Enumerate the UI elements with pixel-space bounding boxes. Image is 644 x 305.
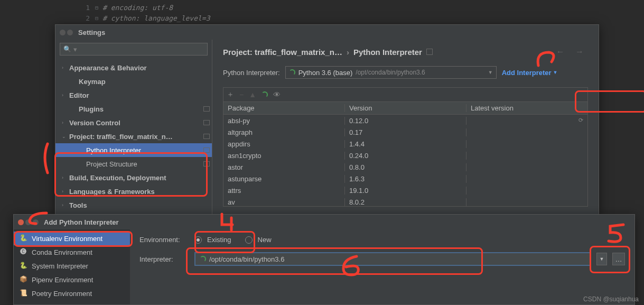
package-row[interactable]: av8.0.2 — [223, 196, 587, 206]
pkg-name: astor — [223, 163, 345, 171]
package-row[interactable]: astunparse1.6.3 — [223, 173, 587, 184]
spinner-icon — [289, 69, 295, 76]
line-number: 2 — [79, 14, 95, 22]
tree-caret-icon: › — [62, 93, 69, 98]
radio-existing-label[interactable]: Existing — [207, 236, 231, 244]
env-icon: 🐍 — [19, 262, 27, 270]
interpreter-path-label: Interpreter: — [139, 255, 189, 263]
breadcrumb-project[interactable]: Project: traffic_flow_matrix_n… — [223, 48, 342, 57]
env-type-item[interactable]: 🐍System Interpreter — [14, 259, 130, 273]
settings-tree-item[interactable]: ›Languages & Frameworks — [55, 184, 212, 198]
tree-label: Appearance & Behavior — [69, 64, 212, 72]
pkg-version: 0.12.0 — [345, 117, 466, 125]
tree-caret-icon: › — [62, 202, 69, 208]
nav-arrows[interactable]: ← → — [556, 47, 588, 57]
breadcrumb-page: Python Interpreter — [353, 48, 422, 57]
tree-caret-icon: › — [62, 120, 69, 125]
settings-tree-item[interactable]: ›Editor — [55, 88, 212, 102]
tree-label: Languages & Frameworks — [69, 188, 212, 196]
add-package-button[interactable]: ＋ — [227, 90, 234, 99]
interpreter-path-dropdown[interactable]: ▼ — [596, 253, 607, 265]
settings-tree-item[interactable]: ›Build, Execution, Deployment — [55, 171, 212, 184]
env-label: Poetry Environment — [32, 290, 92, 298]
radio-new[interactable] — [245, 236, 253, 244]
settings-search-input[interactable]: 🔍 ▾ — [60, 43, 208, 56]
remove-package-button[interactable]: − — [239, 90, 244, 99]
env-icon: 📜 — [19, 289, 27, 298]
tree-label: Project Structure — [86, 160, 203, 168]
col-version[interactable]: Version — [345, 104, 466, 112]
interpreter-path-value: /opt/conda/bin/python3.6 — [209, 255, 284, 263]
spinner-icon — [262, 91, 268, 98]
pkg-version: 8.0.2 — [345, 198, 466, 206]
pkg-version: 0.8.0 — [345, 163, 466, 171]
tree-caret-icon: › — [62, 65, 69, 70]
env-icon: 🅒 — [19, 248, 27, 256]
settings-tree-item[interactable]: ›Version Control — [55, 116, 212, 130]
minimize-icon[interactable] — [67, 30, 73, 35]
add-interpreter-button[interactable]: Add Interpreter ▼ — [502, 69, 558, 77]
add-dialog-sidebar: 🐍Virtualenv Environment🅒Conda Environmen… — [14, 229, 130, 304]
add-interpreter-label: Add Interpreter — [502, 69, 552, 77]
env-label: System Interpreter — [32, 262, 88, 270]
search-caret: ▾ — [73, 45, 77, 53]
fold-icon[interactable]: ⊟ — [95, 5, 102, 11]
package-row[interactable]: absl-py0.12.0 — [223, 115, 587, 126]
settings-tree-item[interactable]: Project Structure — [55, 157, 212, 171]
minimize-icon[interactable] — [25, 219, 31, 225]
radio-new-label[interactable]: New — [258, 236, 272, 244]
env-label: Conda Environment — [32, 248, 92, 256]
tree-label: Editor — [69, 91, 212, 99]
add-dialog-titlebar[interactable]: Add Python Interpreter — [14, 215, 634, 229]
close-icon[interactable] — [18, 219, 24, 225]
tree-caret-icon: ⌄ — [62, 134, 69, 139]
add-dialog-main: Environment: Existing New Interpreter: /… — [130, 229, 634, 304]
upgrade-package-button[interactable]: ▲ — [249, 90, 256, 99]
fold-icon[interactable]: ⊟ — [95, 15, 102, 21]
watermark: CSDN @suqianhua — [583, 295, 639, 303]
col-latest[interactable]: Latest version — [466, 104, 587, 112]
settings-dialog: Settings 🔍 ▾ ›Appearance & BehaviorKeyma… — [55, 24, 599, 215]
env-type-item[interactable]: 📦Pipenv Environment — [14, 273, 130, 286]
interpreter-path-browse[interactable]: … — [612, 253, 625, 265]
maximize-icon[interactable] — [33, 219, 39, 225]
settings-tree-item[interactable]: Python Interpreter — [55, 143, 212, 157]
package-row[interactable]: asn1crypto0.24.0 — [223, 150, 587, 161]
package-row[interactable]: altgraph0.17 — [223, 126, 587, 138]
tree-label: Keymap — [79, 78, 212, 86]
show-early-releases-button[interactable]: 👁 — [273, 90, 281, 99]
settings-titlebar[interactable]: Settings — [55, 25, 599, 40]
env-type-item[interactable]: 🐍Virtualenv Environment — [14, 232, 130, 245]
tree-caret-icon: › — [62, 175, 69, 180]
col-package[interactable]: Package — [223, 104, 345, 112]
search-icon: 🔍 — [63, 45, 71, 53]
settings-tree-item[interactable]: Keymap — [55, 75, 212, 88]
settings-tree-item[interactable]: ›Tools — [55, 198, 212, 212]
settings-tree-item[interactable]: ⌄Project: traffic_flow_matrix_n… — [55, 130, 212, 143]
settings-main: Project: traffic_flow_matrix_n… › Python… — [212, 40, 599, 214]
env-icon: 🐍 — [19, 234, 27, 243]
window-controls[interactable] — [60, 30, 73, 35]
add-dialog-title: Add Python Interpreter — [44, 218, 119, 226]
env-type-item[interactable]: 🅒Conda Environment — [14, 245, 130, 259]
env-type-item[interactable]: 📜Poetry Environment — [14, 286, 130, 300]
interpreter-path-input[interactable]: /opt/conda/bin/python3.6 — [194, 252, 591, 266]
pkg-name: astunparse — [223, 175, 345, 183]
package-row[interactable]: attrs19.1.0 — [223, 184, 587, 196]
settings-tree-item[interactable]: ›Appearance & Behavior — [55, 61, 212, 75]
pkg-version: 19.1.0 — [345, 187, 466, 195]
window-controls[interactable] — [18, 219, 39, 225]
interpreter-select[interactable]: Python 3.6 (base) /opt/conda/bin/python3… — [285, 66, 497, 79]
package-row[interactable]: astor0.8.0 — [223, 161, 587, 173]
pkg-version: 0.24.0 — [345, 152, 466, 160]
chevron-down-icon: ▼ — [553, 70, 558, 75]
radio-existing[interactable] — [194, 236, 202, 244]
pkg-name: absl-py — [223, 117, 345, 125]
scope-indicator-icon — [203, 106, 210, 112]
settings-tree-item[interactable]: Plugins — [55, 102, 212, 116]
package-row[interactable]: appdirs1.4.4 — [223, 138, 587, 150]
close-icon[interactable] — [60, 30, 66, 35]
code-line: 2 ⊟ # cython: language_level=3 — [79, 13, 644, 23]
package-table: Package Version Latest version ⟳ absl-py… — [223, 101, 588, 207]
pkg-name: av — [223, 198, 345, 206]
